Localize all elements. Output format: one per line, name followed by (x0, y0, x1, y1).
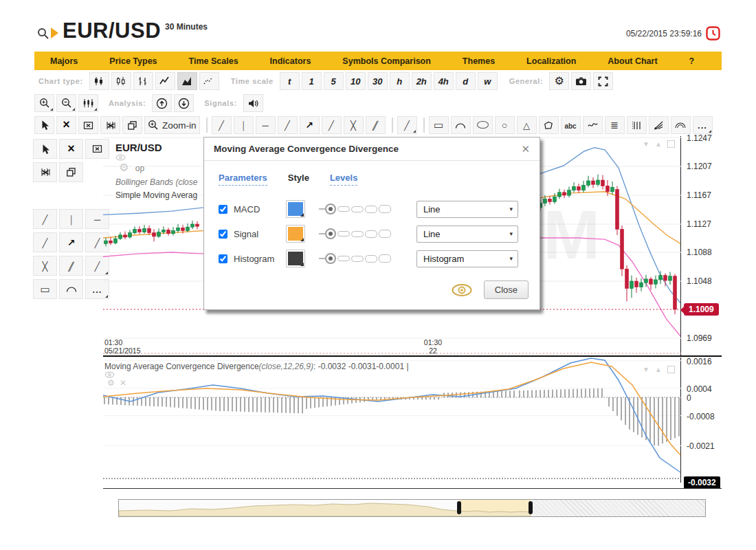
time-scale-10-button[interactable]: 10 (346, 72, 366, 90)
triangle-tool-button[interactable]: △ (517, 116, 537, 134)
menu-item-price-types[interactable]: Price Types (93, 56, 173, 66)
menu-item-help[interactable]: ? (674, 56, 711, 66)
settings-button[interactable]: ⚙ (549, 72, 569, 90)
analysis-upload-button[interactable] (152, 94, 172, 112)
trend-channel-tool-button[interactable]: ╱ (397, 116, 417, 134)
navigator-left-handle[interactable] (457, 501, 461, 514)
navigator-right-handle[interactable] (529, 501, 533, 514)
menu-item-localization[interactable]: Localization (511, 56, 592, 66)
analysis-download-button[interactable] (174, 94, 194, 112)
dialog-titlebar[interactable]: Moving Average Convergence Divergence ✕ (204, 138, 540, 161)
duplicate-tool-button[interactable] (122, 116, 142, 134)
macd-thickness-slider[interactable] (319, 204, 400, 214)
close-button[interactable]: Close (484, 280, 529, 299)
histogram-color-swatch[interactable] (286, 250, 305, 267)
pointer-tool-button[interactable] (33, 139, 57, 159)
menu-item-symbols-comparison[interactable]: Symbols Comparison (326, 56, 447, 66)
dotted-line-type-button[interactable] (199, 72, 219, 90)
ray-tool-button[interactable]: ╱ (33, 232, 57, 252)
preview-eye-icon[interactable] (451, 283, 473, 297)
close-icon[interactable]: ✕ (521, 145, 530, 153)
time-scale-1-button[interactable]: 1 (302, 72, 322, 90)
arc-tool-button[interactable] (451, 116, 471, 134)
menu-item-time-scales[interactable]: Time Scales (173, 56, 254, 66)
rectangle-tool-button[interactable]: ▭ (33, 279, 57, 299)
fib-line-tool-button[interactable]: ╳ (33, 256, 57, 276)
arc-tool-button[interactable] (59, 279, 83, 299)
menu-item-themes[interactable]: Themes (447, 56, 511, 66)
candle-width-button[interactable] (78, 94, 98, 112)
macd-checkbox[interactable] (219, 205, 227, 214)
fullscreen-button[interactable] (593, 72, 613, 90)
line-tool-button[interactable]: ╱ (322, 116, 342, 134)
vertical-line-tool-button[interactable]: │ (234, 116, 254, 134)
zoom-in-button[interactable] (34, 94, 54, 112)
pointer-tool-button[interactable] (34, 116, 54, 134)
erase-drawings-tool-button[interactable] (78, 116, 98, 134)
signal-type-select[interactable]: Line ▾ (416, 226, 518, 243)
arcs-tool-button[interactable] (671, 116, 691, 134)
arrow-tool-button[interactable]: ↗ (59, 232, 83, 252)
dialog-tab-levels[interactable]: Levels (330, 173, 357, 186)
vertical-line-tool-button[interactable]: │ (59, 209, 83, 229)
candlestick-type-button[interactable] (89, 72, 109, 90)
time-scale-d-button[interactable]: d (456, 72, 476, 90)
macd-color-swatch[interactable] (286, 200, 305, 218)
close-indicator-icon[interactable]: ✕ (120, 378, 126, 388)
expand-icon[interactable]: ▲ (655, 140, 662, 148)
screenshot-button[interactable] (571, 72, 591, 90)
fib-timezones-tool-button[interactable] (627, 116, 647, 134)
histogram-type-select[interactable]: Histogram ▾ (416, 250, 518, 267)
expand-icon[interactable]: ▲ (655, 366, 662, 373)
menu-item-indicators[interactable]: Indicators (254, 56, 327, 66)
dialog-tab-parameters[interactable]: Parameters (219, 173, 267, 186)
eye-icon[interactable] (115, 154, 203, 161)
delete-tool-button[interactable]: × (59, 139, 83, 159)
time-scale-2h-button[interactable]: 2h (412, 72, 432, 90)
ellipse-tool-button[interactable] (473, 116, 493, 134)
arrow-tool-button[interactable]: ↗ (300, 116, 320, 134)
time-scale-w-button[interactable]: w (478, 72, 498, 90)
fib-line-tool-button[interactable]: ╳ (344, 116, 364, 134)
collapse-icon[interactable]: ▼ (643, 140, 649, 148)
signals-sound-button[interactable] (243, 94, 263, 112)
signal-color-swatch[interactable] (286, 225, 305, 243)
circle-tool-button[interactable]: ○ (495, 116, 515, 134)
time-scale-t-button[interactable]: t (280, 72, 300, 90)
maximize-pane-icon[interactable] (667, 366, 675, 373)
line-type-button[interactable] (155, 72, 175, 90)
gear-icon[interactable]: ⚙ (119, 162, 129, 173)
signal-thickness-slider[interactable] (319, 228, 400, 239)
dialog-tab-style[interactable]: Style (288, 173, 309, 185)
fan-tool-button[interactable] (649, 116, 669, 134)
slider-knob[interactable] (325, 204, 336, 214)
rectangle-tool-button[interactable]: ▭ (429, 116, 449, 134)
zoom-in-tool-button[interactable]: Zoom-in (144, 116, 200, 134)
time-scale-30-button[interactable]: 30 (368, 72, 388, 90)
time-scale-5-button[interactable]: 5 (324, 72, 344, 90)
ray-tool-button[interactable]: ╱ (278, 116, 298, 134)
menu-item-about-chart[interactable]: About Chart (592, 56, 673, 66)
horizontal-line-tool-button[interactable]: ─ (256, 116, 276, 134)
slider-knob[interactable] (325, 228, 336, 239)
maximize-pane-icon[interactable] (667, 140, 675, 148)
histogram-thickness-slider[interactable] (319, 253, 400, 264)
time-scale-h-button[interactable]: h (390, 72, 410, 90)
ohlc-bars-type-button[interactable] (133, 72, 153, 90)
area-type-button[interactable] (177, 72, 197, 90)
collapse-icon[interactable]: ▼ (643, 366, 649, 373)
segment-tool-button[interactable]: ╱ (33, 209, 57, 229)
range-navigator[interactable] (118, 499, 706, 517)
duplicate-tool-button[interactable] (59, 162, 83, 182)
parallel-lines-tool-button[interactable]: ╱╱ (59, 256, 83, 276)
erase-indicators-tool-button[interactable] (100, 116, 120, 134)
freehand-tool-button[interactable] (583, 116, 603, 134)
more-tools-button[interactable]: ... (693, 116, 713, 134)
slider-knob[interactable] (325, 253, 336, 264)
histogram-checkbox[interactable] (219, 254, 227, 263)
time-scale-4h-button[interactable]: 4h (434, 72, 454, 90)
polygon-tool-button[interactable] (539, 116, 559, 134)
hollow-candles-type-button[interactable] (111, 72, 131, 90)
clock-icon[interactable] (706, 26, 720, 41)
macd-type-select[interactable]: Line ▾ (416, 201, 518, 218)
